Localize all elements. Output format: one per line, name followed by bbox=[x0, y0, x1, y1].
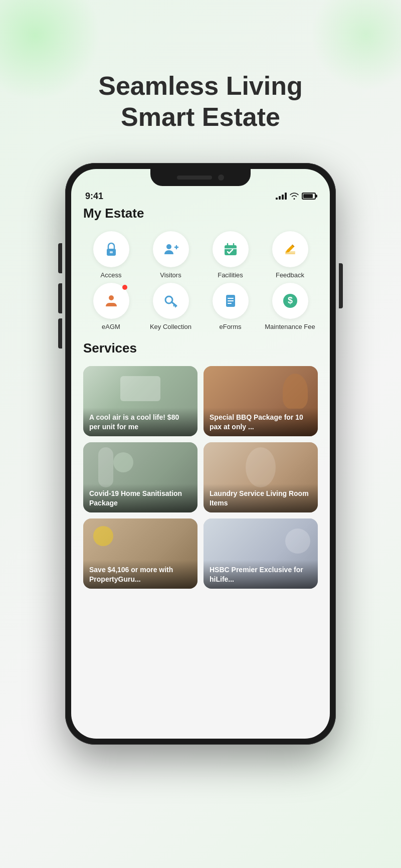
hero-title-line1: Seamless Living bbox=[98, 71, 303, 100]
menu-item-eforms[interactable]: eForms bbox=[203, 283, 258, 330]
menu-item-maintenance-fee[interactable]: $ Maintenance Fee bbox=[262, 283, 318, 330]
feedback-label: Feedback bbox=[276, 271, 304, 279]
services-title: Services bbox=[83, 340, 318, 356]
menu-grid-row1: Access Visitors bbox=[83, 231, 318, 279]
maintenance-fee-icon-circle[interactable]: $ bbox=[272, 283, 308, 319]
facilities-icon-circle[interactable] bbox=[213, 231, 249, 267]
menu-item-visitors[interactable]: Visitors bbox=[143, 231, 198, 279]
services-grid: A cool air is a cool life! $80 per unit … bbox=[83, 366, 318, 589]
maintenance-fee-label: Maintenance Fee bbox=[265, 323, 315, 330]
lock-icon bbox=[102, 240, 120, 258]
person-group-icon bbox=[102, 292, 120, 310]
service-card-covid-text: Covid-19 Home Sanitisation Package bbox=[89, 489, 182, 506]
feedback-icon-circle[interactable] bbox=[272, 231, 308, 267]
my-estate-title: My Estate bbox=[83, 206, 318, 221]
visitors-icon-circle[interactable] bbox=[153, 231, 189, 267]
service-card-hsbc[interactable]: HSBC Premier Exclusive for hiLife... bbox=[204, 518, 318, 589]
notch-camera bbox=[218, 175, 224, 181]
menu-grid-row2: eAGM Key Collection bbox=[83, 283, 318, 330]
pencil-icon bbox=[281, 240, 299, 258]
visitors-label: Visitors bbox=[160, 271, 181, 279]
dollar-icon: $ bbox=[281, 292, 299, 310]
menu-item-key-collection[interactable]: Key Collection bbox=[143, 283, 198, 330]
notch-speaker bbox=[177, 176, 212, 180]
svg-rect-1 bbox=[110, 251, 113, 253]
svg-point-11 bbox=[109, 295, 114, 300]
signal-icon bbox=[276, 193, 287, 200]
eagm-icon-circle[interactable] bbox=[93, 283, 129, 319]
facilities-label: Facilities bbox=[218, 271, 243, 279]
eforms-label: eForms bbox=[219, 323, 241, 330]
svg-point-2 bbox=[166, 244, 171, 249]
service-card-cool-air-text: A cool air is a cool life! $80 per unit … bbox=[89, 413, 179, 430]
wifi-icon bbox=[290, 193, 299, 200]
screen-content[interactable]: My Estate Access bbox=[71, 206, 330, 739]
menu-item-eagm[interactable]: eAGM bbox=[83, 283, 139, 330]
phone-notch bbox=[150, 169, 251, 186]
service-card-laundry-text: Laundry Service Living Room Items bbox=[210, 489, 309, 506]
menu-item-facilities[interactable]: Facilities bbox=[203, 231, 258, 279]
svg-text:$: $ bbox=[287, 295, 292, 305]
service-card-laundry[interactable]: Laundry Service Living Room Items bbox=[204, 442, 318, 512]
service-card-bbq-text: Special BBQ Package for 10 pax at only .… bbox=[210, 413, 303, 430]
document-icon bbox=[222, 292, 240, 310]
phone-screen: 9:41 bbox=[71, 169, 330, 739]
service-card-bbq[interactable]: Special BBQ Package for 10 pax at only .… bbox=[204, 366, 318, 436]
status-time: 9:41 bbox=[85, 191, 103, 202]
hero-title-line2: Smart Estate bbox=[121, 102, 280, 131]
calendar-check-icon bbox=[222, 240, 240, 258]
service-card-property-guru[interactable]: Save $4,106 or more with PropertyGuru... bbox=[83, 518, 197, 589]
battery-icon bbox=[302, 193, 316, 200]
status-icons bbox=[276, 193, 316, 200]
menu-item-feedback[interactable]: Feedback bbox=[262, 231, 318, 279]
eagm-notification-dot bbox=[122, 285, 127, 290]
phone-frame: 9:41 bbox=[65, 163, 336, 745]
menu-item-access[interactable]: Access bbox=[83, 231, 139, 279]
phone-wrapper: 9:41 bbox=[0, 163, 401, 745]
eforms-icon-circle[interactable] bbox=[213, 283, 249, 319]
person-add-icon bbox=[162, 240, 180, 258]
services-section: Services A cool air is a cool life! $80 … bbox=[83, 340, 318, 589]
key-collection-icon-circle[interactable] bbox=[153, 283, 189, 319]
svg-rect-5 bbox=[225, 245, 237, 255]
key-icon bbox=[162, 292, 180, 310]
svg-rect-10 bbox=[285, 253, 295, 254]
service-card-covid[interactable]: Covid-19 Home Sanitisation Package bbox=[83, 442, 197, 512]
service-card-property-guru-text: Save $4,106 or more with PropertyGuru... bbox=[89, 566, 173, 583]
eagm-label: eAGM bbox=[102, 323, 120, 330]
access-label: Access bbox=[101, 271, 122, 279]
service-card-hsbc-text: HSBC Premier Exclusive for hiLife... bbox=[210, 566, 303, 583]
key-collection-label: Key Collection bbox=[150, 323, 191, 330]
service-card-cool-air[interactable]: A cool air is a cool life! $80 per unit … bbox=[83, 366, 197, 436]
access-icon-circle[interactable] bbox=[93, 231, 129, 267]
